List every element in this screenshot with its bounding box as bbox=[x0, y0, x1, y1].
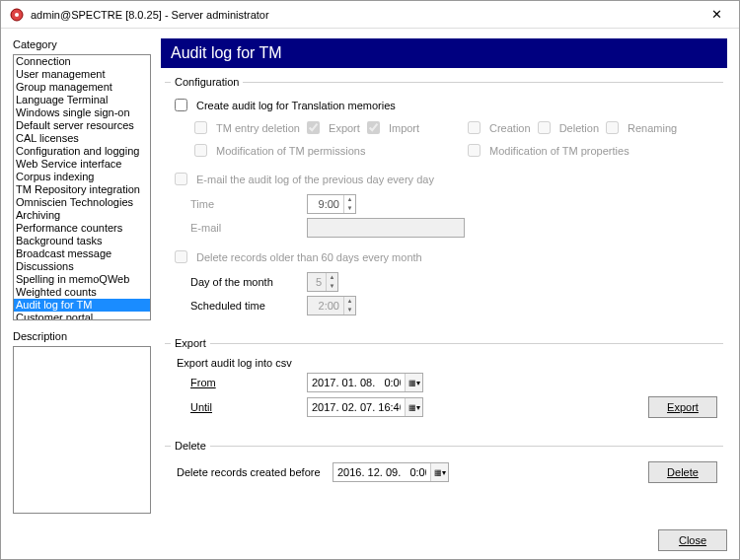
create-audit-log-label: Create audit log for Translation memorie… bbox=[196, 100, 396, 111]
configuration-group: Configuration Create audit log for Trans… bbox=[165, 76, 723, 329]
category-item[interactable]: Connection bbox=[14, 55, 150, 68]
category-item[interactable]: User management bbox=[14, 68, 150, 81]
category-list[interactable]: ConnectionUser managementGroup managemen… bbox=[13, 54, 151, 320]
mod-permissions-checkbox[interactable]: Modification of TM permissions bbox=[190, 141, 365, 160]
delete-group: Delete Delete records created before ▦▾ … bbox=[165, 440, 723, 497]
main-panel: Audit log for TM Configuration Create au… bbox=[161, 38, 727, 514]
footer: Close bbox=[1, 522, 739, 559]
titlebar: admin@SPECTRE [8.0.25] - Server administ… bbox=[1, 1, 739, 29]
category-item[interactable]: Performance counters bbox=[14, 222, 150, 235]
svg-point-1 bbox=[15, 13, 19, 17]
renaming-checkbox[interactable]: Renaming bbox=[602, 118, 677, 137]
category-item[interactable]: Broadcast message bbox=[14, 247, 150, 260]
import-checkbox[interactable]: Import bbox=[363, 118, 419, 137]
deletion-checkbox[interactable]: Deletion bbox=[534, 118, 599, 137]
email-input[interactable] bbox=[307, 218, 465, 238]
category-label: Category bbox=[13, 38, 151, 50]
category-item[interactable]: Web Service interface bbox=[14, 158, 150, 171]
app-icon bbox=[9, 7, 25, 23]
description-label: Description bbox=[13, 330, 151, 342]
create-audit-log-checkbox[interactable]: Create audit log for Translation memorie… bbox=[171, 96, 396, 114]
scheduled-time-spinner[interactable]: ▲▼ bbox=[307, 296, 356, 315]
time-spinner[interactable]: ▲▼ bbox=[307, 194, 356, 214]
description-box bbox=[13, 346, 151, 514]
export-subtitle: Export audit log into csv bbox=[177, 357, 717, 369]
delete-before-date-input[interactable]: ▦▾ bbox=[333, 462, 449, 482]
delete-older-checkbox[interactable]: Delete records older than 60 days every … bbox=[171, 247, 422, 266]
delete-legend: Delete bbox=[171, 440, 210, 452]
calendar-icon[interactable]: ▦▾ bbox=[405, 374, 422, 391]
category-item[interactable]: Default server resources bbox=[14, 119, 150, 132]
from-label: From bbox=[190, 377, 299, 388]
category-item[interactable]: Audit log for TM bbox=[14, 299, 150, 312]
calendar-icon[interactable]: ▦▾ bbox=[430, 463, 448, 481]
category-item[interactable]: TM Repository integration bbox=[14, 183, 150, 196]
day-of-month-label: Day of the month bbox=[190, 276, 299, 288]
tm-entry-deletion-checkbox[interactable]: TM entry deletion bbox=[190, 118, 300, 137]
export-legend: Export bbox=[171, 337, 210, 349]
close-button[interactable]: Close bbox=[658, 529, 727, 551]
category-item[interactable]: Spelling in memoQWeb bbox=[14, 273, 150, 286]
sidebar: Category ConnectionUser managementGroup … bbox=[13, 38, 151, 514]
from-date-input[interactable]: ▦▾ bbox=[307, 373, 423, 392]
email-daily-checkbox[interactable]: E-mail the audit log of the previous day… bbox=[171, 170, 434, 188]
day-of-month-spinner[interactable]: ▲▼ bbox=[307, 272, 338, 292]
category-item[interactable]: Omniscien Technologies bbox=[14, 196, 150, 209]
category-item[interactable]: CAL licenses bbox=[14, 132, 150, 145]
export-checkbox[interactable]: Export bbox=[303, 118, 360, 137]
page-banner: Audit log for TM bbox=[161, 38, 727, 68]
scheduled-time-label: Scheduled time bbox=[190, 300, 299, 312]
delete-button[interactable]: Delete bbox=[648, 461, 717, 483]
configuration-legend: Configuration bbox=[171, 76, 243, 88]
window: admin@SPECTRE [8.0.25] - Server administ… bbox=[0, 0, 740, 560]
export-button[interactable]: Export bbox=[648, 396, 717, 418]
mod-properties-checkbox[interactable]: Modification of TM properties bbox=[464, 141, 629, 160]
until-date-input[interactable]: ▦▾ bbox=[307, 397, 423, 417]
category-item[interactable]: Weighted counts bbox=[14, 286, 150, 299]
export-group: Export Export audit log into csv From ▦▾… bbox=[165, 337, 723, 432]
creation-checkbox[interactable]: Creation bbox=[464, 118, 531, 137]
window-title: admin@SPECTRE [8.0.25] - Server administ… bbox=[31, 9, 702, 21]
category-item[interactable]: Language Terminal bbox=[14, 94, 150, 106]
category-item[interactable]: Windows single sign-on bbox=[14, 106, 150, 119]
category-item[interactable]: Group management bbox=[14, 81, 150, 94]
window-close-button[interactable]: ✕ bbox=[702, 7, 731, 22]
until-label: Until bbox=[190, 401, 299, 413]
category-item[interactable]: Background tasks bbox=[14, 235, 150, 247]
category-item[interactable]: Corpus indexing bbox=[14, 171, 150, 183]
email-field-label: E-mail bbox=[190, 222, 299, 234]
category-item[interactable]: Configuration and logging bbox=[14, 145, 150, 158]
category-item[interactable]: Discussions bbox=[14, 260, 150, 273]
time-label: Time bbox=[190, 198, 299, 210]
category-item[interactable]: Customer portal bbox=[14, 312, 150, 320]
category-item[interactable]: Archiving bbox=[14, 209, 150, 222]
calendar-icon[interactable]: ▦▾ bbox=[405, 398, 422, 416]
delete-before-label: Delete records created before bbox=[177, 466, 325, 478]
